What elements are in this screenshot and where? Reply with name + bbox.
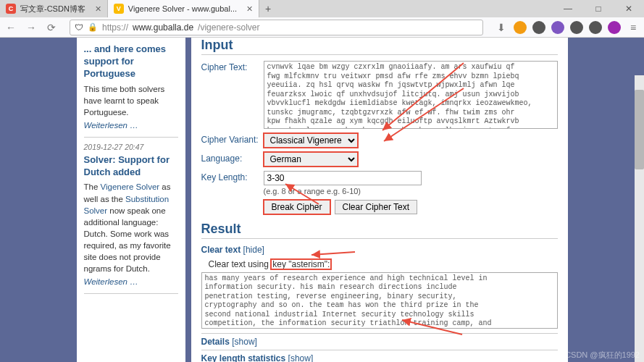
post-title[interactable]: ... and here comes support for Portugues… <box>84 43 178 80</box>
reload-button[interactable]: ⟳ <box>45 22 58 33</box>
shield-icon: 🛡 <box>75 22 83 33</box>
url-host: www.guballa.de <box>133 22 193 33</box>
guballa-favicon: V <box>114 4 124 14</box>
language-label: Language: <box>201 152 264 164</box>
cipher-text-input[interactable]: cvnwvk lqae bm wzgy czxrxlm gnaoiiaafy. … <box>264 61 558 129</box>
scrollbar-thumb[interactable] <box>635 90 644 169</box>
close-icon[interactable]: ✕ <box>246 4 253 14</box>
read-more-link[interactable]: Weiterlesen … <box>84 277 178 286</box>
tab-label: 写文章-CSDN博客 <box>20 4 85 14</box>
close-button[interactable]: ✕ <box>614 4 644 14</box>
main-content: Input Cipher Text: cvnwvk lqae bm wzgy c… <box>191 38 568 362</box>
ext-icon-3[interactable] <box>551 21 564 34</box>
minimize-button[interactable]: — <box>553 4 583 14</box>
clear-text-key-line: Clear text using key "asterism": <box>209 259 558 269</box>
hide-link[interactable]: [hide] <box>243 245 264 255</box>
ext-icon-2[interactable] <box>532 21 545 34</box>
browser-toolbar: ← → ⟳ 🛡 🔒 https://www.guballa.de/vigener… <box>0 17 644 38</box>
cipher-text-label: Cipher Text: <box>201 61 264 72</box>
url-bar[interactable]: 🛡 🔒 https://www.guballa.de/vigenere-solv… <box>70 20 483 35</box>
ext-icon-1[interactable] <box>514 21 527 34</box>
post-date: 2019-12-27 20:47 <box>84 142 178 153</box>
input-heading: Input <box>201 38 558 55</box>
result-heading: Result <box>201 222 558 239</box>
divider <box>84 293 178 294</box>
new-tab-button[interactable]: + <box>259 3 277 14</box>
show-link[interactable]: [show] <box>232 337 257 347</box>
tab-label: Vigenere Solver - www.gubal... <box>128 4 237 13</box>
csdn-favicon: C <box>6 4 16 14</box>
key-value: key "asterism": <box>271 259 331 269</box>
toolbar-icons: ⬇ ≡ <box>495 21 640 34</box>
download-icon[interactable]: ⬇ <box>495 22 508 33</box>
close-icon[interactable]: ✕ <box>95 4 101 14</box>
details-header: Details [show] <box>201 333 558 347</box>
browser-titlebar: C 写文章-CSDN博客 ✕ V Vigenere Solver - www.g… <box>0 0 644 17</box>
clear-cipher-button[interactable]: Clear Cipher Text <box>335 200 417 214</box>
vigenere-solver-link[interactable]: Vigenere Solver <box>101 182 160 191</box>
watermark: CSDN @疯狂的1992 <box>565 350 640 361</box>
maximize-button[interactable]: □ <box>583 4 614 14</box>
variant-select[interactable]: Classical Vigenere <box>264 133 358 148</box>
ext-icon-4[interactable] <box>570 21 583 34</box>
tab-2[interactable]: V Vigenere Solver - www.gubal... ✕ <box>108 0 259 17</box>
show-link[interactable]: [show] <box>288 353 314 363</box>
url-protocol: https:// <box>102 22 128 33</box>
url-path: /vigenere-solver <box>198 22 259 33</box>
ext-icon-5[interactable] <box>589 21 602 34</box>
post-body: The Vigenere Solver as well as the Subst… <box>84 181 178 274</box>
keystats-header: Key length statistics [show] <box>201 350 558 363</box>
tab-1[interactable]: C 写文章-CSDN博客 ✕ <box>0 0 108 17</box>
clear-text-header: Clear text [hide] <box>201 245 558 255</box>
menu-icon[interactable]: ≡ <box>627 22 640 33</box>
keylen-label: Key Length: <box>201 171 264 182</box>
variant-label: Cipher Variant: <box>201 133 264 145</box>
sidebar: ... and here comes support for Portugues… <box>77 38 185 362</box>
forward-button[interactable]: → <box>25 22 38 33</box>
scrollbar-track[interactable] <box>635 75 644 362</box>
keylen-hint: (e.g. 8 or a range e.g. 6-10) <box>264 187 422 195</box>
read-more-link[interactable]: Weiterlesen … <box>84 121 178 130</box>
keylen-input[interactable] <box>264 171 422 185</box>
break-cipher-button[interactable]: Break Cipher <box>264 200 330 214</box>
window-controls: — □ ✕ <box>553 4 644 14</box>
back-button[interactable]: ← <box>4 22 17 33</box>
divider <box>84 137 178 138</box>
post-title[interactable]: Solver: Support for Dutch added <box>84 154 178 179</box>
language-select[interactable]: German <box>264 152 358 167</box>
lock-icon: 🔒 <box>88 22 98 32</box>
ext-icon-6[interactable] <box>608 21 621 34</box>
page-viewport: ... and here comes support for Portugues… <box>0 38 644 362</box>
post-body: This time both solvers have learnt to sp… <box>84 83 178 118</box>
clear-text-output[interactable]: has many years of research experience an… <box>201 272 558 329</box>
